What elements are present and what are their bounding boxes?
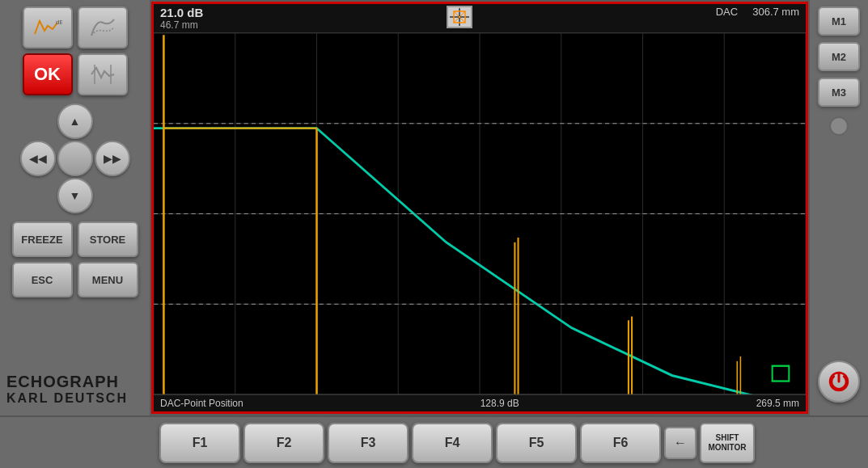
f2-button[interactable]: F2 (243, 423, 324, 463)
monitor-label: MONITOR (708, 443, 746, 453)
oscilloscope-display: 21.0 dB 46.7 mm DAC 306.7 mm (151, 2, 808, 414)
f3-button[interactable]: F3 (328, 423, 409, 463)
scope-svg (154, 33, 806, 394)
f3-label: F3 (361, 436, 376, 450)
esc-button[interactable]: ESC (12, 262, 73, 297)
footer-left: DAC-Point Position (160, 398, 243, 409)
f6-button[interactable]: F6 (580, 423, 661, 463)
esc-menu-row: ESC MENU (12, 262, 138, 297)
left-panel: dB OK (0, 0, 150, 415)
back-icon: ← (674, 436, 687, 450)
esc-label: ESC (32, 274, 53, 286)
middle-btn-row: OK (23, 53, 128, 95)
m2-button[interactable]: M2 (818, 42, 860, 71)
mode-dot[interactable] (829, 116, 849, 136)
right-panel: M1 M2 M3 (810, 0, 868, 415)
store-button[interactable]: STORE (78, 221, 138, 257)
display-header: 21.0 dB 46.7 mm DAC 306.7 mm (154, 4, 806, 33)
logo-karl: KARL DEUTSCH (6, 391, 128, 406)
svg-rect-34 (773, 366, 790, 382)
freeze-label: FREEZE (21, 234, 62, 246)
m3-label: M3 (832, 86, 846, 99)
freeze-button[interactable]: FREEZE (12, 221, 73, 257)
power-button[interactable] (818, 360, 860, 403)
bottom-bar: F1 F2 F3 F4 F5 F6 ← SHIFT MONITOR (0, 415, 868, 468)
dac-mm: 306.7 mm (752, 6, 799, 18)
dac-info: DAC 306.7 mm (716, 6, 799, 18)
m1-label: M1 (832, 15, 846, 27)
cursor-icon (447, 6, 472, 28)
dpad: ▲ ◀◀ ▶▶ ▼ (20, 103, 130, 213)
shift-monitor-button[interactable]: SHIFT MONITOR (700, 423, 755, 463)
dpad-left[interactable]: ◀◀ (20, 141, 56, 176)
f4-label: F4 (445, 436, 460, 450)
f1-button[interactable]: F1 (159, 423, 240, 463)
ok-button[interactable]: OK (23, 53, 73, 95)
m3-button[interactable]: M3 (818, 78, 860, 107)
menu-label: MENU (92, 274, 123, 286)
top-btn-row: dB (23, 6, 128, 48)
header-left: 21.0 dB 46.7 mm (160, 6, 203, 31)
m2-label: M2 (832, 51, 846, 63)
power-icon (828, 370, 850, 393)
logo-echograph: ECHOGRAPH (6, 373, 128, 391)
scope-canvas (154, 33, 806, 394)
envelope-btn[interactable] (78, 6, 128, 48)
dpad-up[interactable]: ▲ (57, 103, 93, 139)
waveform-btn[interactable]: dB (23, 6, 73, 48)
store-label: STORE (90, 234, 126, 246)
logo: ECHOGRAPH KARL DEUTSCH (6, 373, 128, 409)
dac-label: DAC (716, 6, 738, 18)
dpad-down[interactable]: ▼ (57, 178, 93, 213)
footer-right: 269.5 mm (756, 398, 799, 409)
menu-button[interactable]: MENU (78, 262, 138, 297)
freeze-store-row: FREEZE STORE (12, 221, 138, 257)
footer-center: 128.9 dB (481, 398, 519, 409)
f1-label: F1 (193, 436, 208, 450)
dpad-right[interactable]: ▶▶ (95, 141, 130, 176)
display-footer: DAC-Point Position 128.9 dB 269.5 mm (154, 394, 806, 411)
back-button[interactable]: ← (664, 427, 697, 459)
f2-label: F2 (277, 436, 292, 450)
dpad-center (57, 141, 93, 176)
f6-label: F6 (613, 436, 629, 450)
svg-text:dB: dB (56, 19, 62, 26)
m1-button[interactable]: M1 (818, 6, 860, 36)
shift-label: SHIFT (716, 433, 739, 443)
mm-value: 46.7 mm (160, 19, 203, 31)
db-value: 21.0 dB (160, 6, 203, 19)
f5-label: F5 (529, 436, 544, 450)
compress-btn[interactable] (78, 53, 128, 95)
f5-button[interactable]: F5 (496, 423, 577, 463)
ok-label: OK (34, 64, 61, 85)
f4-button[interactable]: F4 (412, 423, 493, 463)
